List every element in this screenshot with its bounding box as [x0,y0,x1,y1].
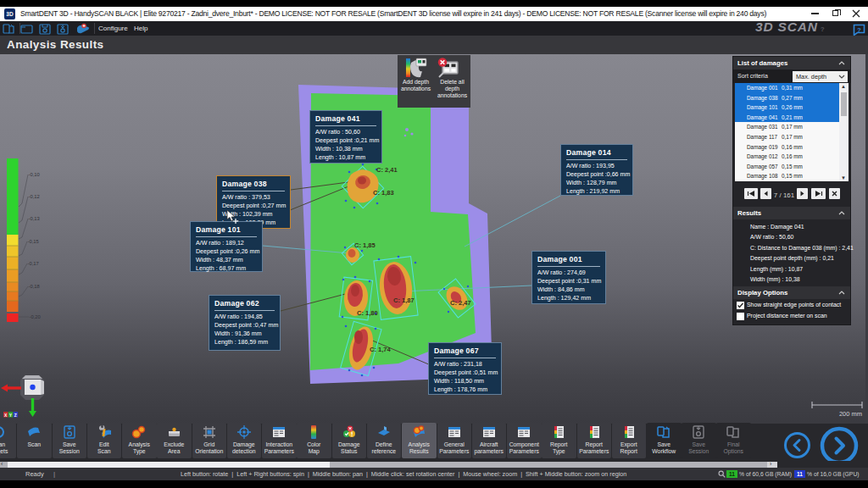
svg-text:?: ? [857,26,861,34]
svg-text:C: 1,85: C: 1,85 [354,241,376,249]
svg-text:C: 1,83: C: 1,83 [373,189,394,197]
svg-text:200 mm: 200 mm [839,410,862,418]
svg-text:-0,20: -0,20 [30,314,41,319]
svg-text:C: 1,80: C: 1,80 [357,309,378,317]
svg-text:C: 2,41: C: 2,41 [376,166,398,174]
svg-text:C: 2,47: C: 2,47 [450,299,471,307]
svg-text:-0,15: -0,15 [28,239,39,244]
svg-text:-0,12: -0,12 [29,194,40,199]
svg-text:-0,13: -0,13 [29,216,40,221]
svg-text:-0,17: -0,17 [28,261,39,266]
svg-text:-0,18: -0,18 [29,284,40,289]
svg-text:C: 1,74: C: 1,74 [370,346,391,353]
svg-text:C: 1,87: C: 1,87 [393,297,415,304]
svg-text:-0,10: -0,10 [29,172,40,177]
svg-text:Z: Z [14,413,17,418]
